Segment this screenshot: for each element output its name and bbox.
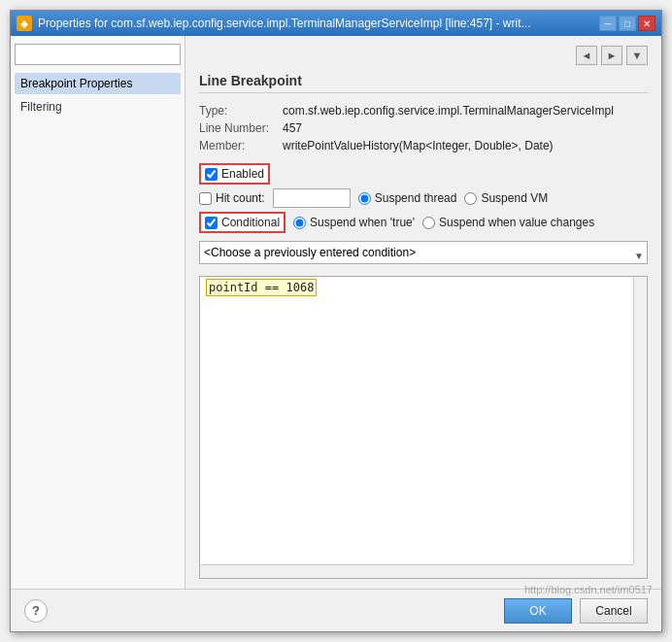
enabled-checkbox-group: Enabled: [199, 163, 270, 185]
nav-back-button[interactable]: ◄: [576, 46, 597, 65]
condition-dropdown[interactable]: <Choose a previously entered condition>: [199, 241, 648, 264]
conditional-label: Conditional: [221, 216, 280, 229]
hit-count-input[interactable]: [273, 188, 351, 208]
vertical-scrollbar[interactable]: [633, 277, 647, 564]
title-bar: ◈ Properties for com.sf.web.iep.config.s…: [11, 11, 661, 36]
suspend-vm-group: Suspend VM: [464, 191, 548, 205]
dialog-icon: ◈: [17, 16, 32, 31]
footer: ? OK Cancel: [11, 589, 661, 631]
horizontal-scrollbar[interactable]: [200, 564, 633, 578]
nav-forward-button[interactable]: ►: [601, 46, 622, 65]
enabled-row: Enabled: [199, 163, 648, 185]
enabled-label: Enabled: [221, 167, 264, 181]
scroll-corner: [633, 564, 647, 578]
nav-row: ◄ ► ▼: [199, 46, 648, 65]
conditional-checkbox[interactable]: [205, 217, 218, 229]
suspend-thread-radio[interactable]: [358, 192, 371, 205]
sidebar-item-breakpoint-properties[interactable]: Breakpoint Properties: [15, 73, 181, 94]
line-label: Line Number:: [199, 120, 277, 136]
type-value: com.sf.web.iep.config.service.impl.Termi…: [283, 103, 648, 118]
nav-dropdown-button[interactable]: ▼: [626, 46, 648, 65]
options-area: Enabled Hit count: Suspend thread: [199, 163, 648, 233]
dialog-body: Breakpoint Properties Filtering ◄ ► ▼ Li…: [11, 36, 661, 589]
conditional-row: Conditional Suspend when 'true' Suspend …: [199, 212, 648, 233]
help-button[interactable]: ?: [24, 599, 48, 623]
dialog-title: Properties for com.sf.web.iep.config.ser…: [38, 17, 531, 30]
cancel-button[interactable]: Cancel: [580, 598, 648, 624]
minimize-button[interactable]: ─: [599, 16, 617, 31]
suspend-true-group: Suspend when 'true': [293, 216, 415, 229]
hit-count-group: Hit count:: [199, 191, 265, 205]
dialog: ◈ Properties for com.sf.web.iep.config.s…: [10, 10, 662, 632]
member-label: Member:: [199, 138, 277, 153]
sidebar: Breakpoint Properties Filtering: [11, 36, 185, 589]
suspend-true-radio[interactable]: [293, 217, 306, 229]
suspend-thread-group: Suspend thread: [358, 191, 457, 205]
hit-count-row: Hit count: Suspend thread Suspend VM: [199, 188, 648, 208]
enabled-checkbox[interactable]: [205, 168, 218, 181]
sidebar-search[interactable]: [15, 44, 181, 65]
condition-text-area: pointId == 1068: [199, 276, 648, 579]
condition-content: pointId == 1068: [200, 277, 647, 298]
maximize-button[interactable]: □: [619, 16, 636, 31]
line-value: 457: [283, 120, 648, 136]
condition-value-text: pointId == 1068: [206, 279, 317, 296]
suspend-change-group: Suspend when value changes: [422, 216, 594, 229]
suspend-thread-label: Suspend thread: [375, 191, 457, 205]
info-grid: Type: com.sf.web.iep.config.service.impl…: [199, 103, 648, 153]
section-title: Line Breakpoint: [199, 73, 648, 93]
main-content: ◄ ► ▼ Line Breakpoint Type: com.sf.web.i…: [185, 36, 661, 589]
close-button[interactable]: ✕: [638, 16, 655, 31]
suspend-vm-radio[interactable]: [464, 192, 477, 205]
member-value: writePointValueHistory(Map<Integer, Doub…: [283, 138, 648, 153]
suspend-vm-label: Suspend VM: [481, 191, 548, 205]
ok-button[interactable]: OK: [504, 598, 572, 624]
suspend-change-radio[interactable]: [422, 217, 435, 229]
suspend-true-label: Suspend when 'true': [310, 216, 415, 229]
condition-dropdown-wrapper: <Choose a previously entered condition> …: [199, 241, 648, 270]
hit-count-checkbox[interactable]: [199, 192, 212, 205]
type-label: Type:: [199, 103, 277, 118]
hit-count-label: Hit count:: [216, 191, 265, 205]
conditional-checkbox-group: Conditional: [199, 212, 286, 233]
sidebar-item-filtering[interactable]: Filtering: [15, 96, 181, 118]
footer-left: ?: [24, 599, 496, 623]
suspend-change-label: Suspend when value changes: [439, 216, 594, 229]
